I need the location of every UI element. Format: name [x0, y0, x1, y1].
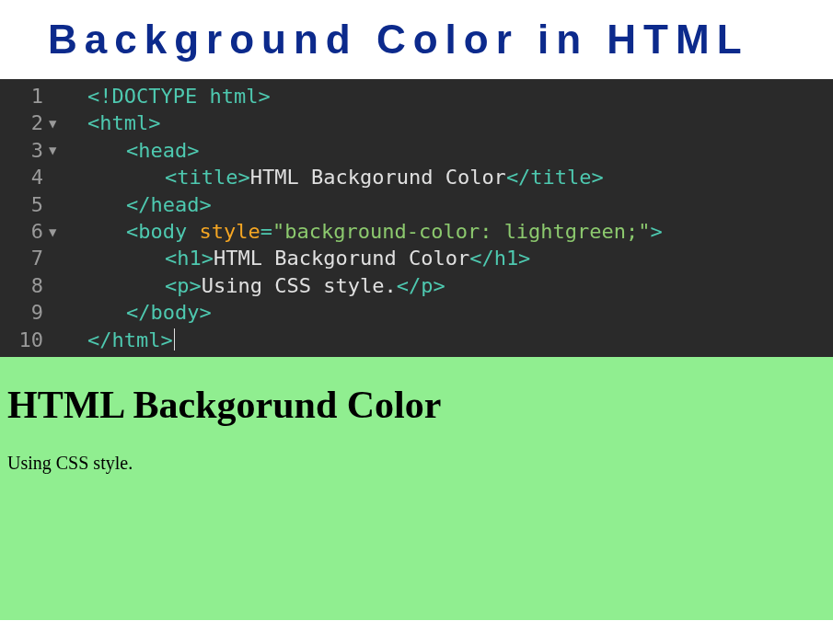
- code-token: >: [651, 218, 663, 245]
- code-token: </html>: [87, 327, 173, 353]
- line-number: 4: [31, 164, 62, 190]
- code-token: </title>: [506, 164, 604, 190]
- code-line[interactable]: </body>: [87, 299, 833, 326]
- line-number: 10: [19, 327, 63, 353]
- line-number: 6▼: [31, 218, 62, 245]
- fold-arrow-icon[interactable]: ▼: [49, 225, 62, 238]
- line-number: 5: [31, 191, 62, 218]
- code-token: <!DOCTYPE html>: [87, 83, 271, 109]
- code-token: </h1>: [469, 245, 530, 271]
- line-number: 7: [31, 245, 62, 271]
- code-line[interactable]: <!DOCTYPE html>: [87, 83, 833, 109]
- code-token: </head>: [126, 191, 212, 218]
- fold-arrow-icon[interactable]: ▼: [49, 144, 62, 156]
- code-line[interactable]: <title>HTML Backgorund Color</title>: [87, 164, 833, 190]
- code-token: <title>: [165, 164, 250, 190]
- code-token: HTML Backgorund Color: [214, 245, 469, 271]
- line-number-gutter: 12▼3▼456▼78910: [0, 83, 69, 353]
- code-line[interactable]: <head>: [87, 137, 833, 164]
- code-line[interactable]: </head>: [87, 191, 833, 218]
- code-line[interactable]: <h1>HTML Backgorund Color</h1>: [87, 245, 833, 271]
- fold-arrow-icon[interactable]: ▼: [49, 117, 62, 130]
- code-token: <head>: [126, 137, 199, 164]
- code-line[interactable]: <body style="background-color: lightgree…: [87, 218, 833, 245]
- code-token: "background-color: lightgreen;": [272, 218, 651, 245]
- line-number: 1: [31, 83, 62, 109]
- code-line[interactable]: <html>: [87, 109, 833, 136]
- line-number: 8: [31, 272, 62, 299]
- code-token: HTML Backgorund Color: [250, 164, 506, 190]
- code-line[interactable]: <p>Using CSS style.</p>: [87, 272, 833, 299]
- code-token: <html>: [87, 109, 160, 136]
- code-body[interactable]: <!DOCTYPE html><html><head><title>HTML B…: [69, 83, 833, 353]
- code-line[interactable]: </html>: [87, 327, 833, 353]
- code-token: <p>: [165, 272, 202, 299]
- line-number: 3▼: [31, 137, 62, 164]
- line-number: 9: [31, 299, 62, 326]
- code-token: </p>: [397, 272, 445, 299]
- code-token: style: [199, 218, 260, 245]
- code-editor[interactable]: 12▼3▼456▼78910 <!DOCTYPE html><html><hea…: [0, 79, 833, 357]
- page-title: Background Color in HTML: [0, 0, 833, 79]
- preview-paragraph: Using CSS style.: [7, 453, 826, 474]
- code-token: <body: [126, 218, 199, 245]
- text-cursor: [174, 328, 175, 351]
- code-token: =: [260, 218, 272, 245]
- code-token: <h1>: [165, 245, 214, 271]
- code-token: Using CSS style.: [202, 272, 397, 299]
- preview-heading: HTML Backgorund Color: [7, 383, 826, 427]
- code-token: </body>: [126, 299, 212, 326]
- line-number: 2▼: [31, 109, 62, 136]
- rendered-preview: HTML Backgorund Color Using CSS style.: [0, 357, 833, 620]
